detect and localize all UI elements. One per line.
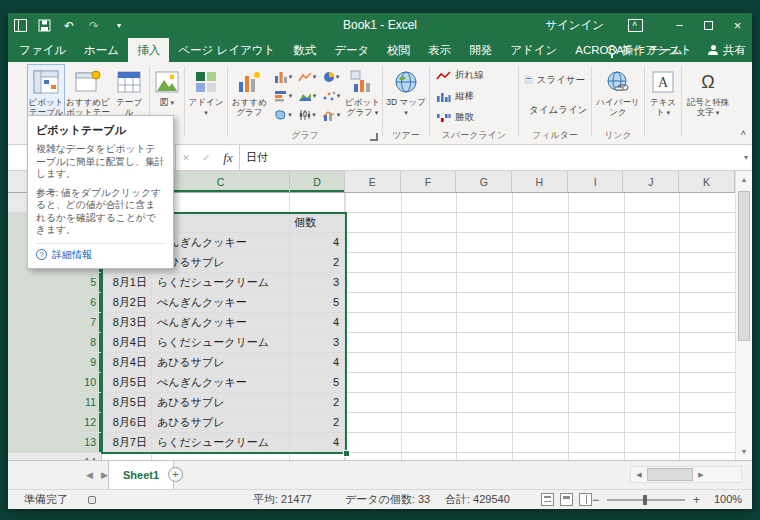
tell-me-button[interactable]: 操作アシスト bbox=[607, 43, 692, 58]
line-chart-button[interactable]: ▾ bbox=[295, 67, 319, 86]
3d-map-button[interactable]: 3D マップ bbox=[385, 65, 427, 129]
ribbon-tab[interactable]: ページ レイアウト bbox=[169, 38, 284, 62]
empty-cells[interactable] bbox=[345, 373, 735, 392]
ribbon-collapse-icon[interactable]: ˄ bbox=[741, 128, 746, 138]
cell-count[interactable]: 個数 bbox=[290, 213, 345, 232]
row-header[interactable]: 7 bbox=[8, 313, 102, 332]
cancel-icon[interactable]: ✕ bbox=[182, 153, 190, 163]
new-sheet-button[interactable]: + bbox=[168, 467, 183, 482]
scroll-left-icon[interactable]: ◀ bbox=[631, 471, 647, 479]
slicer-button[interactable]: スライサー bbox=[521, 65, 589, 95]
row-header[interactable]: 6 bbox=[8, 293, 102, 312]
cell-count[interactable]: 5 bbox=[290, 293, 345, 312]
page-layout-view-icon[interactable] bbox=[560, 493, 573, 506]
zoom-slider-thumb[interactable] bbox=[643, 495, 647, 505]
cell-date[interactable]: 8月1日 bbox=[102, 273, 152, 292]
ribbon-tab[interactable]: 挿入 bbox=[128, 38, 169, 62]
sheet-tab-active[interactable]: Sheet1 bbox=[108, 461, 174, 489]
empty-cells[interactable] bbox=[345, 433, 735, 452]
sheet-nav-right-icon[interactable]: ▶ bbox=[101, 470, 108, 480]
empty-cells[interactable] bbox=[345, 353, 735, 372]
cell-count[interactable] bbox=[290, 193, 345, 212]
insert-function-button[interactable]: fx bbox=[223, 150, 232, 166]
cell-product[interactable] bbox=[152, 453, 290, 460]
row-header[interactable]: 11 bbox=[8, 393, 102, 412]
normal-view-icon[interactable] bbox=[541, 493, 554, 506]
empty-cells[interactable] bbox=[345, 393, 735, 412]
cell-count[interactable]: 4 bbox=[290, 313, 345, 332]
ribbon-tab[interactable]: 校閲 bbox=[378, 38, 419, 62]
ribbon-tab[interactable]: アドイン bbox=[501, 38, 566, 62]
column-header[interactable]: K bbox=[679, 171, 735, 192]
ribbon-display-options-icon[interactable] bbox=[628, 19, 643, 32]
empty-cells[interactable] bbox=[345, 273, 735, 292]
formula-input[interactable]: 日付 ▾ bbox=[240, 145, 752, 170]
cell-count[interactable] bbox=[290, 453, 345, 460]
row-header[interactable]: 5 bbox=[8, 273, 102, 292]
ribbon-tab[interactable]: データ bbox=[325, 38, 378, 62]
ribbon-tab[interactable]: 表示 bbox=[419, 38, 460, 62]
cell-date[interactable]: 8月4日 bbox=[102, 333, 152, 352]
cell-count[interactable]: 4 bbox=[290, 353, 345, 372]
row-header[interactable]: 9 bbox=[8, 353, 102, 372]
recommended-charts-button[interactable]: おすすめグラフ bbox=[230, 65, 269, 129]
empty-cells[interactable] bbox=[345, 213, 735, 232]
empty-cells[interactable] bbox=[345, 233, 735, 252]
horizontal-scrollbar[interactable]: ◀ ▶ bbox=[630, 466, 742, 483]
cell-count[interactable]: 5 bbox=[290, 373, 345, 392]
macro-record-icon[interactable] bbox=[88, 496, 96, 504]
share-button[interactable]: 共有 bbox=[708, 43, 746, 58]
cell-date[interactable]: 8月4日 bbox=[102, 353, 152, 372]
cell-product[interactable]: あひるサブレ bbox=[152, 413, 290, 432]
ribbon-tab[interactable]: 数式 bbox=[284, 38, 325, 62]
sign-in-button[interactable]: サインイン bbox=[545, 18, 604, 33]
page-break-view-icon[interactable] bbox=[579, 493, 592, 506]
empty-cells[interactable] bbox=[345, 413, 735, 432]
timeline-button[interactable]: タイムライン bbox=[521, 95, 589, 125]
formula-bar-expand-icon[interactable]: ▾ bbox=[744, 145, 748, 170]
column-header[interactable]: H bbox=[512, 171, 568, 192]
empty-cells[interactable] bbox=[345, 293, 735, 312]
scroll-down-icon[interactable]: ▼ bbox=[736, 443, 752, 460]
vertical-scroll-thumb[interactable] bbox=[738, 191, 750, 341]
charts-dialog-launcher-icon[interactable] bbox=[370, 133, 378, 141]
zoom-in-button[interactable]: + bbox=[693, 493, 700, 507]
empty-cells[interactable] bbox=[345, 193, 735, 212]
column-header[interactable]: F bbox=[401, 171, 457, 192]
area-chart-button[interactable]: ▾ bbox=[295, 86, 319, 105]
ribbon-tab[interactable]: 開発 bbox=[460, 38, 501, 62]
zoom-out-button[interactable]: − bbox=[592, 493, 599, 507]
sparkline-winloss-button[interactable]: 勝敗 bbox=[432, 107, 516, 128]
map-chart-button[interactable]: ▾ bbox=[271, 105, 295, 124]
pivotchart-button[interactable]: ピボットグラフ bbox=[345, 65, 380, 129]
empty-cells[interactable] bbox=[345, 333, 735, 352]
pie-chart-button[interactable]: ▾ bbox=[319, 67, 343, 86]
hyperlink-button[interactable]: ハイパーリンク bbox=[594, 65, 642, 129]
ribbon-tab[interactable]: ファイル bbox=[10, 38, 75, 62]
row-header[interactable]: 10 bbox=[8, 373, 102, 392]
scroll-up-icon[interactable]: ▲ bbox=[736, 171, 752, 188]
cell-count[interactable]: 4 bbox=[290, 233, 345, 252]
empty-cells[interactable] bbox=[345, 253, 735, 272]
cell-count[interactable]: 2 bbox=[290, 393, 345, 412]
vertical-scrollbar[interactable]: ▲ ▼ bbox=[735, 171, 752, 460]
cell-count[interactable]: 3 bbox=[290, 273, 345, 292]
column-header[interactable]: E bbox=[345, 171, 401, 192]
cell-product[interactable]: ぺんぎんクッキー bbox=[152, 313, 290, 332]
zoom-percent[interactable]: 100% bbox=[714, 490, 742, 509]
sparkline-column-button[interactable]: 縦棒 bbox=[432, 86, 516, 107]
enter-icon[interactable]: ✓ bbox=[202, 152, 210, 163]
ribbon-tab[interactable]: ホーム bbox=[75, 38, 128, 62]
cell-date[interactable]: 8月3日 bbox=[102, 313, 152, 332]
column-header[interactable]: G bbox=[456, 171, 512, 192]
cell-product[interactable]: らくだシュークリーム bbox=[152, 273, 290, 292]
sparkline-line-button[interactable]: 折れ線 bbox=[432, 65, 516, 86]
row-header[interactable]: 8 bbox=[8, 333, 102, 352]
cell-product[interactable]: あひるサブレ bbox=[152, 353, 290, 372]
scroll-right-icon[interactable]: ▶ bbox=[693, 471, 709, 479]
cell-product[interactable]: ぺんぎんクッキー bbox=[152, 373, 290, 392]
minimize-button[interactable]: − bbox=[665, 13, 694, 38]
maximize-button[interactable] bbox=[694, 13, 723, 38]
row-header[interactable]: 13 bbox=[8, 433, 102, 452]
scatter-chart-button[interactable]: ▾ bbox=[319, 86, 343, 105]
